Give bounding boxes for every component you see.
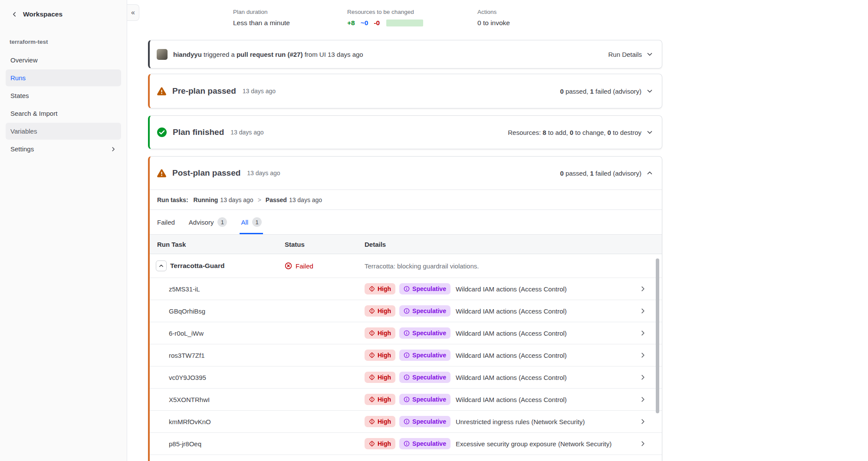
run-details-label: Run Details <box>608 51 642 58</box>
violation-description: Wildcard IAM actions (Access Control) <box>456 285 567 293</box>
run-task-name: Terracotta-Guard <box>170 262 224 270</box>
post-plan-card: Post-plan passed 13 days ago 0 passed, 1… <box>148 156 662 461</box>
speculative-badge: Speculative <box>399 327 450 339</box>
post-plan-title: Post-plan passed <box>172 168 240 178</box>
run-task-status: Failed <box>285 262 313 270</box>
open-violation-button[interactable] <box>640 352 646 359</box>
plan-resources-summary: Resources: 8 to add, 0 to change, 0 to d… <box>508 129 641 136</box>
violation-id: vc0Y9JO395 <box>169 374 206 381</box>
table-scrollbar-thumb[interactable] <box>656 258 659 413</box>
run-trigger-user: hiandyyu <box>173 51 202 58</box>
tab-all[interactable]: All1 <box>240 210 263 234</box>
tab-advisory[interactable]: Advisory1 <box>187 210 229 234</box>
resources-destroy-count: -0 <box>374 19 380 27</box>
user-avatar <box>157 49 168 60</box>
sidebar-item-variables[interactable]: Variables <box>6 123 121 140</box>
plan-finished-title: Plan finished <box>173 128 224 137</box>
run-tasks-step-running: Running <box>194 196 218 203</box>
sidebar-item-settings[interactable]: Settings <box>6 141 121 157</box>
plan-finished-toggle[interactable]: Resources: 8 to add, 0 to change, 0 to d… <box>508 129 653 136</box>
run-tasks-label: Run tasks: <box>157 196 188 203</box>
violation-description: Wildcard IAM actions (Access Control) <box>456 396 567 403</box>
violation-row[interactable]: kmMRfOvKnO High Speculative Unrestricted… <box>150 411 662 433</box>
sidebar-item-search-import[interactable]: Search & Import <box>6 105 121 122</box>
chevron-right-icon <box>640 374 646 381</box>
violation-row[interactable]: X5XONTRhwI High Speculative Wildcard IAM… <box>150 389 662 411</box>
run-task-status-label: Failed <box>296 262 313 270</box>
column-header-run-task: Run Task <box>157 241 186 248</box>
run-tasks-step-passed: Passed <box>266 196 287 203</box>
speculative-badge: Speculative <box>399 305 450 317</box>
severity-badge: High <box>365 438 395 449</box>
table-row-run-task: Terracotta-Guard Failed Terracotta: bloc… <box>150 254 662 278</box>
open-violation-button[interactable] <box>640 396 646 403</box>
sidebar-nav: Overview Runs States Search & Import Var… <box>6 52 121 157</box>
violation-row[interactable]: z5MS31-iL High Speculative Wildcard IAM … <box>150 278 662 300</box>
violation-description: Wildcard IAM actions (Access Control) <box>456 374 567 381</box>
open-violation-button[interactable] <box>640 286 646 292</box>
violation-description: Wildcard IAM actions (Access Control) <box>456 330 567 337</box>
severity-diamond-icon <box>369 441 375 447</box>
info-circle-icon <box>404 352 410 358</box>
table-header: Run Task Status Details <box>150 235 662 254</box>
open-violation-button[interactable] <box>640 374 646 381</box>
tab-failed[interactable]: Failed <box>156 210 176 234</box>
severity-diamond-icon <box>369 396 375 402</box>
speculative-badge: Speculative <box>399 394 450 405</box>
violation-row[interactable]: GBqOrhiBsg High Speculative Wildcard IAM… <box>150 300 662 322</box>
violation-id: ros3TW7Zf1 <box>169 352 205 359</box>
open-violation-button[interactable] <box>640 418 646 425</box>
resources-change-bar <box>386 20 423 26</box>
speculative-badge: Speculative <box>399 438 450 449</box>
main-content: Plan duration Less than a minute Resourc… <box>127 0 868 461</box>
severity-badge: High <box>365 327 395 339</box>
severity-badge: High <box>365 394 395 405</box>
severity-diamond-icon <box>369 330 375 336</box>
open-violation-button[interactable] <box>640 441 646 447</box>
open-violation-button[interactable] <box>640 330 646 337</box>
pre-plan-card: Pre-plan passed 13 days ago 0 passed, 1 … <box>148 74 662 108</box>
speculative-badge: Speculative <box>399 283 450 294</box>
info-circle-icon <box>404 441 410 447</box>
violation-description: Unrestricted ingress rules (Network Secu… <box>456 418 585 425</box>
column-header-status: Status <box>285 241 305 248</box>
info-circle-icon <box>404 286 410 292</box>
metric-resources: Resources to be changed +8 ~0 -0 <box>347 9 423 27</box>
chevron-right-icon <box>110 146 116 152</box>
pre-plan-toggle[interactable]: 0 passed, 1 failed (advisory) <box>560 88 653 95</box>
violation-id: kmMRfOvKnO <box>169 418 211 425</box>
run-reference: pull request run (#27) <box>237 51 303 58</box>
chevron-right-icon <box>640 352 646 359</box>
chevron-right-icon <box>640 286 646 292</box>
violation-row[interactable]: vc0Y9JO395 High Speculative Wildcard IAM… <box>150 366 662 389</box>
sidebar-item-runs[interactable]: Runs <box>6 69 121 86</box>
pre-plan-summary: 0 passed, 1 failed (advisory) <box>560 88 641 95</box>
collapse-row-button[interactable] <box>156 261 167 271</box>
violation-id: z5MS31-iL <box>169 285 200 293</box>
run-trigger-card: hiandyyu triggered a pull request run (#… <box>148 40 662 69</box>
post-plan-toggle[interactable]: 0 passed, 1 failed (advisory) <box>560 170 653 177</box>
resources-change-count: ~0 <box>361 19 368 27</box>
sidebar-item-overview[interactable]: Overview <box>6 52 121 69</box>
sidebar: Workspaces terraform-test Overview Runs … <box>0 0 127 461</box>
sidebar-item-states[interactable]: States <box>6 87 121 104</box>
resources-add-count: +8 <box>347 19 355 27</box>
severity-diamond-icon <box>369 286 375 292</box>
success-check-icon <box>157 127 167 137</box>
actions-value: 0 to invoke <box>477 19 510 27</box>
violation-row[interactable]: ros3TW7Zf1 High Speculative Wildcard IAM… <box>150 344 662 366</box>
post-plan-time: 13 days ago <box>247 170 280 177</box>
chevron-right-icon <box>640 441 646 447</box>
chevron-down-icon <box>646 88 653 95</box>
advisory-count-badge: 1 <box>217 217 227 227</box>
severity-badge: High <box>365 372 395 383</box>
violation-row[interactable]: p85-jr8Oeq High Speculative Excessive se… <box>150 433 662 455</box>
violation-row[interactable]: 6-r0oL_iWw High Speculative Wildcard IAM… <box>150 322 662 344</box>
run-tasks-separator: > <box>258 196 261 203</box>
chevron-left-icon <box>11 11 17 17</box>
open-violation-button[interactable] <box>640 308 646 314</box>
violation-id: p85-jr8Oeq <box>169 440 201 448</box>
workspaces-back-link[interactable]: Workspaces <box>0 0 127 18</box>
run-details-toggle[interactable]: Run Details <box>608 51 653 58</box>
pre-plan-time: 13 days ago <box>243 88 276 95</box>
